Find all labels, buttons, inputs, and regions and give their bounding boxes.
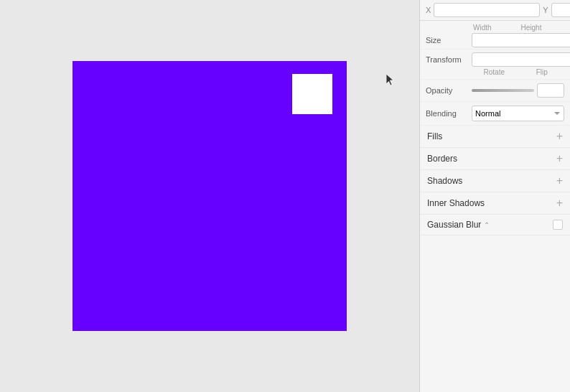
blending-label: Blending	[426, 109, 469, 118]
flip-sub-label: Flip	[520, 68, 565, 76]
width-input[interactable]	[472, 33, 570, 47]
shadows-label: Shadows	[427, 176, 462, 186]
height-sub-label: Height	[520, 24, 565, 32]
inner-shadows-label: Inner Shadows	[427, 198, 485, 208]
width-sub-label: Width	[472, 24, 517, 32]
shadows-section[interactable]: Shadows +	[420, 170, 570, 192]
mouse-cursor	[386, 74, 395, 87]
transform-label: Transform	[426, 55, 469, 64]
opacity-section: Opacity	[420, 80, 570, 102]
right-panel: X Y Width Height Size Transform	[419, 0, 570, 392]
opacity-slider[interactable]	[472, 89, 534, 92]
white-rectangle[interactable]	[292, 74, 332, 114]
transform-sub-labels: Rotate Flip	[426, 68, 564, 76]
gaussian-blur-label: Gaussian Blur ⌃	[427, 220, 553, 230]
coordinates-row: X Y	[420, 0, 570, 21]
x-input[interactable]	[434, 3, 540, 17]
transform-section: Transform Rotate Flip	[420, 50, 570, 80]
size-sub-labels: Width Height	[426, 24, 564, 32]
borders-section[interactable]: Borders +	[420, 148, 570, 170]
fills-section[interactable]: Fills +	[420, 126, 570, 148]
fills-add-icon[interactable]: +	[556, 131, 563, 142]
x-label: X	[426, 6, 431, 14]
y-label: Y	[543, 6, 548, 14]
blending-section: Blending Normal Multiply Screen Overlay	[420, 102, 570, 126]
chevron-icon: ⌃	[484, 221, 490, 229]
transform-row: Transform	[426, 52, 564, 67]
size-inputs-row: Size	[426, 33, 564, 47]
blue-rectangle[interactable]	[73, 61, 347, 331]
gaussian-blur-section[interactable]: Gaussian Blur ⌃	[420, 215, 570, 235]
transform-input[interactable]	[472, 52, 570, 67]
fills-label: Fills	[427, 131, 442, 141]
opacity-label: Opacity	[426, 86, 469, 95]
y-input[interactable]	[551, 3, 570, 17]
gaussian-blur-checkbox[interactable]	[553, 220, 563, 230]
size-section: Width Height Size	[420, 21, 570, 50]
canvas-area	[0, 0, 419, 392]
borders-label: Borders	[427, 154, 457, 164]
blending-select[interactable]: Normal Multiply Screen Overlay	[472, 106, 564, 121]
size-label: Size	[426, 36, 469, 45]
inner-shadows-add-icon[interactable]: +	[556, 197, 563, 209]
opacity-input[interactable]	[537, 83, 564, 98]
rotate-sub-label: Rotate	[472, 68, 517, 76]
inner-shadows-section[interactable]: Inner Shadows +	[420, 192, 570, 215]
borders-add-icon[interactable]: +	[556, 153, 563, 164]
shadows-add-icon[interactable]: +	[556, 175, 563, 187]
